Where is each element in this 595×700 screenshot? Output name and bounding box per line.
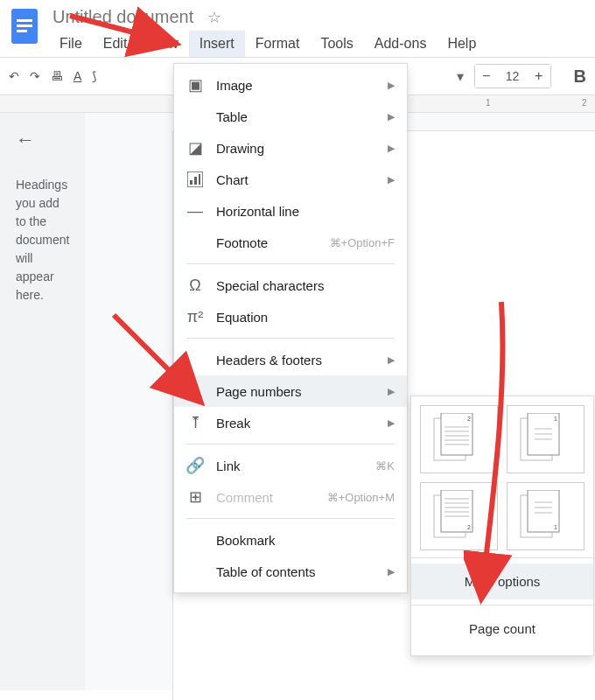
submenu-divider xyxy=(411,605,593,606)
table-icon xyxy=(186,108,204,125)
font-size-stepper[interactable]: − 12 + xyxy=(474,64,551,88)
insert-footnote[interactable]: Footnote ⌘+Option+F xyxy=(174,227,407,258)
star-icon[interactable]: ☆ xyxy=(207,8,221,27)
chart-icon xyxy=(186,171,204,188)
headers-icon xyxy=(186,351,204,368)
zoom-dropdown[interactable]: ▾ xyxy=(457,68,464,85)
comment-shortcut: ⌘+Option+M xyxy=(327,491,395,504)
image-icon: ▣ xyxy=(186,76,204,94)
menu-format[interactable]: Format xyxy=(245,31,311,57)
chevron-right-icon: ▶ xyxy=(388,174,395,186)
menubar: File Edit View Insert Format Tools Add-o… xyxy=(49,31,588,57)
link-icon: 🔗 xyxy=(186,457,204,474)
insert-pagenums-label: Page numbers xyxy=(216,384,375,399)
page-number-option-top-right-all[interactable]: 2 xyxy=(420,405,498,473)
footnote-shortcut: ⌘+Option+F xyxy=(330,236,395,249)
insert-chart-label: Chart xyxy=(216,172,375,187)
insert-equation[interactable]: π² Equation xyxy=(174,301,407,332)
svg-text:2: 2 xyxy=(467,416,471,422)
menu-file[interactable]: File xyxy=(49,31,93,57)
back-arrow-icon[interactable]: ← xyxy=(16,129,69,151)
insert-toc[interactable]: Table of contents ▶ xyxy=(174,556,407,587)
svg-text:2: 2 xyxy=(467,524,471,530)
header: Untitled document ☆ File Edit View Inser… xyxy=(0,0,595,57)
insert-chart[interactable]: Chart ▶ xyxy=(174,164,407,195)
submenu-divider xyxy=(411,557,593,558)
svg-rect-5 xyxy=(190,180,192,185)
svg-rect-1 xyxy=(17,19,32,22)
page-count-label: Page count xyxy=(469,621,536,636)
insert-break[interactable]: ⤒ Break ▶ xyxy=(174,407,407,438)
more-options-label: More options xyxy=(465,574,541,589)
svg-rect-2 xyxy=(17,24,32,27)
break-icon: ⤒ xyxy=(186,414,204,431)
svg-text:1: 1 xyxy=(554,416,557,422)
svg-rect-6 xyxy=(194,177,197,185)
insert-footnote-label: Footnote xyxy=(216,235,318,250)
insert-special-label: Special characters xyxy=(216,278,395,293)
page-numbers-page-count[interactable]: Page count xyxy=(420,611,584,647)
undo-icon[interactable]: ↶ xyxy=(9,69,19,83)
insert-toc-label: Table of contents xyxy=(216,564,375,579)
print-icon[interactable]: 🖶 xyxy=(51,69,63,83)
chevron-right-icon: ▶ xyxy=(388,386,395,397)
page-numbers-more-options[interactable]: More options xyxy=(411,564,593,599)
page-number-option-bottom-right-skip-first[interactable]: 1 xyxy=(507,482,584,550)
insert-headers-footers[interactable]: Headers & footers ▶ xyxy=(174,344,407,375)
insert-image-label: Image xyxy=(216,78,375,93)
ruler-tick-1: 1 xyxy=(486,98,491,108)
comment-icon: ⊞ xyxy=(186,488,204,506)
spellcheck-icon[interactable]: A xyxy=(74,69,81,83)
chevron-right-icon: ▶ xyxy=(388,354,395,366)
font-size-increase[interactable]: + xyxy=(528,65,550,88)
menu-help[interactable]: Help xyxy=(437,31,486,57)
menu-divider xyxy=(186,263,395,264)
docs-app-icon[interactable] xyxy=(9,7,40,49)
insert-headers-label: Headers & footers xyxy=(216,353,375,368)
menu-view[interactable]: View xyxy=(137,31,188,57)
menu-addons[interactable]: Add-ons xyxy=(364,31,438,57)
paint-format-icon[interactable]: ⟆ xyxy=(92,69,96,83)
menu-divider xyxy=(186,444,395,444)
insert-link[interactable]: 🔗 Link ⌘K xyxy=(174,450,407,481)
font-size-decrease[interactable]: − xyxy=(475,65,498,88)
chevron-right-icon: ▶ xyxy=(388,111,395,122)
svg-rect-7 xyxy=(199,174,200,185)
chevron-right-icon: ▶ xyxy=(388,80,395,91)
footnote-icon xyxy=(186,234,204,251)
insert-image[interactable]: ▣ Image ▶ xyxy=(174,69,407,101)
ruler-tick-2: 2 xyxy=(582,98,587,108)
insert-table[interactable]: Table ▶ xyxy=(174,101,407,132)
insert-comment-label: Comment xyxy=(216,490,315,505)
page-numbers-submenu: 2 1 2 1 xyxy=(410,396,594,656)
insert-page-numbers[interactable]: Page numbers ▶ xyxy=(174,375,407,407)
page-number-option-top-right-skip-first[interactable]: 1 xyxy=(507,405,584,473)
page-number-option-bottom-right-all[interactable]: 2 xyxy=(420,482,498,550)
redo-icon[interactable]: ↷ xyxy=(30,69,40,83)
bookmark-icon xyxy=(186,531,204,549)
insert-horizontal-line[interactable]: — Horizontal line xyxy=(174,195,407,227)
menu-divider xyxy=(186,518,395,519)
bold-button[interactable]: B xyxy=(574,66,586,87)
insert-bookmark[interactable]: Bookmark xyxy=(174,524,407,556)
insert-link-label: Link xyxy=(216,458,363,473)
menu-edit[interactable]: Edit xyxy=(93,31,138,57)
chevron-right-icon: ▶ xyxy=(388,143,395,154)
chevron-right-icon: ▶ xyxy=(388,566,395,578)
insert-hrule-label: Horizontal line xyxy=(216,204,395,219)
menu-insert[interactable]: Insert xyxy=(189,31,245,57)
insert-drawing[interactable]: ◪ Drawing ▶ xyxy=(174,132,407,164)
svg-rect-3 xyxy=(17,30,27,32)
svg-text:1: 1 xyxy=(554,524,557,530)
insert-menu: ▣ Image ▶ Table ▶ ◪ Drawing ▶ Chart ▶ — … xyxy=(173,63,408,593)
font-size-value[interactable]: 12 xyxy=(498,69,528,83)
link-shortcut: ⌘K xyxy=(375,459,395,472)
menu-tools[interactable]: Tools xyxy=(310,31,363,57)
chevron-right-icon: ▶ xyxy=(388,417,395,429)
toc-icon xyxy=(186,563,204,580)
insert-special-characters[interactable]: Ω Special characters xyxy=(174,270,407,301)
outline-empty-text: Headings you add to the document will ap… xyxy=(16,176,69,304)
drawing-icon: ◪ xyxy=(186,139,204,157)
menu-divider xyxy=(186,338,395,339)
document-title[interactable]: Untitled document xyxy=(49,5,197,29)
